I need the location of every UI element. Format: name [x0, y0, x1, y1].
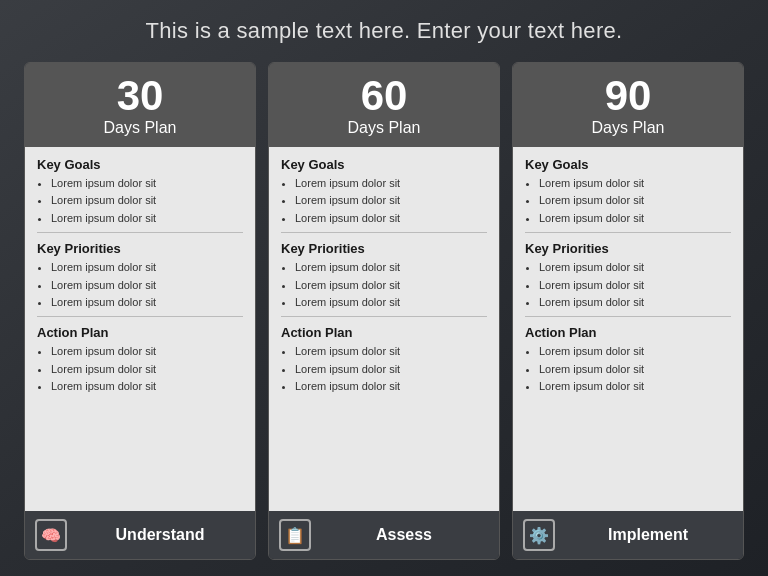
list-item: Lorem ipsum dolor sit [295, 362, 487, 377]
col-3-section-3-title: Action Plan [525, 325, 731, 340]
col-1-footer-label: Understand [75, 526, 245, 544]
col-2-days-num: 60 [277, 75, 491, 117]
list-item: Lorem ipsum dolor sit [295, 379, 487, 394]
list-item: Lorem ipsum dolor sit [51, 211, 243, 226]
col-3-section-3-list: Lorem ipsum dolor sitLorem ipsum dolor s… [525, 344, 731, 394]
list-item: Lorem ipsum dolor sit [295, 295, 487, 310]
list-item: Lorem ipsum dolor sit [539, 295, 731, 310]
col-3-footer-label: Implement [563, 526, 733, 544]
list-item: Lorem ipsum dolor sit [295, 260, 487, 275]
col-2-section-3-list: Lorem ipsum dolor sitLorem ipsum dolor s… [281, 344, 487, 394]
list-item: Lorem ipsum dolor sit [539, 362, 731, 377]
col-1-section-2-list: Lorem ipsum dolor sitLorem ipsum dolor s… [37, 260, 243, 310]
list-item: Lorem ipsum dolor sit [539, 379, 731, 394]
list-item: Lorem ipsum dolor sit [51, 344, 243, 359]
col-2-section-2-title: Key Priorities [281, 241, 487, 256]
list-item: Lorem ipsum dolor sit [539, 344, 731, 359]
col-1-body: Key GoalsLorem ipsum dolor sitLorem ipsu… [25, 147, 255, 511]
list-item: Lorem ipsum dolor sit [51, 295, 243, 310]
col-3-section-1-list: Lorem ipsum dolor sitLorem ipsum dolor s… [525, 176, 731, 226]
list-item: Lorem ipsum dolor sit [539, 260, 731, 275]
list-item: Lorem ipsum dolor sit [539, 211, 731, 226]
col-1-section-1-list: Lorem ipsum dolor sitLorem ipsum dolor s… [37, 176, 243, 226]
col-1-section-3-title: Action Plan [37, 325, 243, 340]
col-2-header: 60Days Plan [269, 63, 499, 147]
col-3-header: 90Days Plan [513, 63, 743, 147]
col-2-section-3-title: Action Plan [281, 325, 487, 340]
col-2-days-label: Days Plan [277, 119, 491, 137]
list-item: Lorem ipsum dolor sit [295, 344, 487, 359]
col-3-section-2-list: Lorem ipsum dolor sitLorem ipsum dolor s… [525, 260, 731, 310]
col-1-section-1-title: Key Goals [37, 157, 243, 172]
col-3-footer-icon: ⚙️ [523, 519, 555, 551]
list-item: Lorem ipsum dolor sit [539, 193, 731, 208]
col-2-section-1-list: Lorem ipsum dolor sitLorem ipsum dolor s… [281, 176, 487, 226]
list-item: Lorem ipsum dolor sit [51, 278, 243, 293]
col-1-section-3-list: Lorem ipsum dolor sitLorem ipsum dolor s… [37, 344, 243, 394]
column-3: 90Days PlanKey GoalsLorem ipsum dolor si… [512, 62, 744, 560]
col-3-footer: ⚙️Implement [513, 511, 743, 559]
col-2-section-1-title: Key Goals [281, 157, 487, 172]
col-3-body: Key GoalsLorem ipsum dolor sitLorem ipsu… [513, 147, 743, 511]
col-1-header: 30Days Plan [25, 63, 255, 147]
columns-container: 30Days PlanKey GoalsLorem ipsum dolor si… [24, 62, 744, 560]
list-item: Lorem ipsum dolor sit [51, 379, 243, 394]
list-item: Lorem ipsum dolor sit [295, 211, 487, 226]
col-2-footer-icon: 📋 [279, 519, 311, 551]
column-2: 60Days PlanKey GoalsLorem ipsum dolor si… [268, 62, 500, 560]
col-2-section-2-list: Lorem ipsum dolor sitLorem ipsum dolor s… [281, 260, 487, 310]
list-item: Lorem ipsum dolor sit [51, 193, 243, 208]
list-item: Lorem ipsum dolor sit [295, 193, 487, 208]
list-item: Lorem ipsum dolor sit [295, 176, 487, 191]
col-2-footer: 📋Assess [269, 511, 499, 559]
list-item: Lorem ipsum dolor sit [51, 176, 243, 191]
list-item: Lorem ipsum dolor sit [51, 362, 243, 377]
list-item: Lorem ipsum dolor sit [539, 176, 731, 191]
page-title: This is a sample text here. Enter your t… [146, 18, 623, 44]
col-1-days-label: Days Plan [33, 119, 247, 137]
col-2-body: Key GoalsLorem ipsum dolor sitLorem ipsu… [269, 147, 499, 511]
col-3-section-2-title: Key Priorities [525, 241, 731, 256]
column-1: 30Days PlanKey GoalsLorem ipsum dolor si… [24, 62, 256, 560]
list-item: Lorem ipsum dolor sit [51, 260, 243, 275]
list-item: Lorem ipsum dolor sit [295, 278, 487, 293]
col-3-days-label: Days Plan [521, 119, 735, 137]
col-1-days-num: 30 [33, 75, 247, 117]
col-3-section-1-title: Key Goals [525, 157, 731, 172]
col-1-footer-icon: 🧠 [35, 519, 67, 551]
col-1-footer: 🧠Understand [25, 511, 255, 559]
col-1-section-2-title: Key Priorities [37, 241, 243, 256]
col-2-footer-label: Assess [319, 526, 489, 544]
list-item: Lorem ipsum dolor sit [539, 278, 731, 293]
col-3-days-num: 90 [521, 75, 735, 117]
